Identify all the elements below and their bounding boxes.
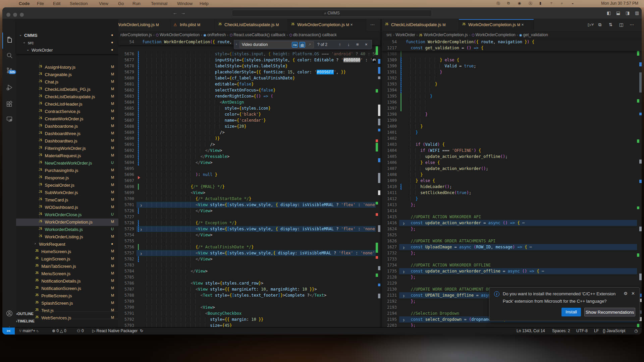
right-editor-overview-ruler[interactable] [637, 39, 642, 327]
code-line-5700[interactable]: 5700 {/* ActualStartDate */} [118, 196, 380, 202]
file-item-SplashScreen.js[interactable]: JSSplashScreen.jsM [16, 300, 118, 307]
remote-indicator[interactable]: >< [2, 327, 15, 335]
code-line-5787[interactable]: 5787 <View style={{ marginLeft: 10, marg… [118, 286, 380, 292]
mirror-icon[interactable]: ⧉ [507, 1, 510, 5]
section-outline[interactable]: ›OUTLINE [16, 311, 118, 319]
breadcrumb-item[interactable]: WorkOrder [395, 33, 415, 37]
breadcrumb-item[interactable]: WorkOrderCompletion [160, 33, 200, 37]
code-line-1410[interactable]: 1410 hideLoader(); [382, 184, 642, 190]
code-line-5692[interactable]: 5692 </View> [118, 147, 380, 154]
grammarly-icon[interactable]: Ⓖ [496, 1, 500, 6]
tab-Info.plist[interactable]: ◬Info.plist M [170, 19, 215, 31]
code-line-5679[interactable]: 5679 placeholderStyle={{ fontSize: 15, c… [118, 69, 380, 75]
code-line-5677[interactable]: 5677 inputStyle={[styles.inputStyle, { c… [118, 57, 380, 63]
file-item-WorkorderDetalis.js[interactable]: JSWorkorderDetalis.jsU [16, 226, 118, 233]
code-line-5729[interactable]: 5729❯ <View style={[styles.view_style, {… [118, 226, 380, 232]
ports-item[interactable]: ⚇ 0 [77, 328, 84, 333]
menu-clock[interactable]: Mon Jun 30 7:57 PM [601, 1, 638, 6]
control-center-icon[interactable]: ◒ [572, 1, 574, 5]
code-line-5756[interactable]: 5756 {/* ActualFinishDate */} [118, 244, 380, 250]
status-cursor-position[interactable]: Ln 1343, Col 14 [517, 328, 545, 333]
code-line-5684[interactable]: 5684 <AntDesign [118, 99, 380, 105]
problems-item[interactable]: ⊗ 0 △ 0 [52, 328, 66, 333]
code-line-5790[interactable]: 5790 <View> [118, 304, 380, 310]
file-item-CreateWorkOrder.js[interactable]: JSCreateWorkOrder.jsM [16, 115, 118, 123]
code-line-1404[interactable]: 1404 if (WIFI === 'OFFLINE') { [382, 147, 642, 154]
code-line-1397[interactable]: 1397 [382, 105, 642, 111]
breadcrumb-item[interactable]: React.useCallback() callback [233, 33, 285, 37]
file-item-Dashboardone.js[interactable]: JSDashboardone.jsM [16, 123, 118, 130]
menu-item-go[interactable]: Go [118, 1, 124, 6]
command-center-search[interactable]: ⌕ CMMS [232, 10, 432, 17]
tab-CheckListDetalisupdate.js[interactable]: JSCheckListDetalisupdate.js M [382, 19, 459, 31]
file-item-Chat.js[interactable]: JSChat.jsM [16, 78, 118, 86]
code-line-1399[interactable]: 1399 [382, 117, 642, 123]
left-editor-overview-ruler[interactable] [376, 39, 380, 327]
file-item-CheckListDetalis_PG.js[interactable]: JSCheckListDetalis_PG.jsM [16, 86, 118, 93]
code-line-1389[interactable]: 1389 } else { [382, 57, 642, 63]
code-line-5676[interactable]: 5676 style={[styles.input, { height: Pla… [118, 51, 380, 57]
code-line-5792[interactable]: 5792 style={{ margin: 10 }} [118, 316, 380, 322]
code-line-5793[interactable]: 5793 size={45} [118, 322, 380, 327]
code-line-5701[interactable]: 5701❯ <View style={[styles.view_style, {… [118, 202, 380, 208]
code-line-1734[interactable]: 1734 //UPDATE ACTION WORKORDER OFFLINE [382, 262, 642, 268]
right-editor-code-area[interactable]: 1389 } else {1390 Valid = true;1391 }139… [382, 39, 642, 327]
file-item-MenuScreen.js[interactable]: JSMenuScreen.jsM [16, 270, 118, 278]
close-window-button[interactable] [6, 13, 10, 17]
title-bar[interactable]: ←→ ⌕ CMMS ◧ ⬓ ◨ ▥ [2, 7, 642, 19]
code-line-5686[interactable]: 5686 color={'black'} [118, 111, 380, 117]
next-match-icon[interactable]: ↓ [347, 42, 350, 47]
code-line-5697[interactable]: 5697 [118, 178, 380, 184]
remote-icon[interactable] [2, 114, 16, 124]
code-line-1416[interactable]: 1416❯ const update_action_workorder = as… [382, 220, 642, 226]
code-line-1407[interactable]: 1407 update_action_workorder(); [382, 166, 642, 172]
code-line-1627[interactable]: 1627❯ const UploadImage = async (ROW_ID,… [382, 244, 642, 250]
nav-history-arrows[interactable]: ←→ [173, 10, 189, 15]
regex-toggle[interactable]: .* [307, 42, 313, 48]
toggle-sidebar-icon[interactable]: ◧ [607, 10, 611, 15]
file-item-ContractService.js[interactable]: JSContractService.jsM [16, 108, 118, 115]
file-item-NotificationDetails.js[interactable]: JSNotificationDetails.jsM [16, 278, 118, 285]
search-icon[interactable] [2, 50, 16, 60]
menu-item-selection[interactable]: Selection [70, 1, 88, 6]
tab-WorkOrderCompletion.js[interactable]: JSWorkOrderCompletion.js M × [288, 19, 366, 31]
notification-close-icon[interactable]: ✕ [631, 291, 635, 296]
task-item[interactable]: ▷ React Native Packager ↻ [92, 328, 143, 333]
breadcrumb-item[interactable]: onRefresh [207, 33, 226, 37]
code-line-2129[interactable]: 2129 [382, 280, 642, 286]
wifi-icon[interactable]: ᯤ [550, 1, 554, 5]
code-line-1402[interactable]: 1402 [382, 135, 642, 141]
file-item-WODashboard.js[interactable]: JSWODashboard.jsM [16, 204, 118, 211]
explorer-icon[interactable] [2, 35, 16, 45]
toggle-panel-icon[interactable]: ⬓ [616, 10, 620, 15]
file-item-MainTabScreen.js[interactable]: JSMainTabScreen.jsM [16, 263, 118, 270]
code-line-1732[interactable]: 1732 }; [382, 250, 642, 256]
match-case-toggle[interactable]: Aa [292, 42, 298, 48]
code-line-1406[interactable]: 1406 } else { [382, 160, 642, 166]
code-line-5693[interactable]: 5693 </Pressable> [118, 154, 380, 160]
code-line-1735[interactable]: 1735❯ const update_action_workorder_offl… [382, 268, 642, 274]
code-line-5691[interactable]: 5691 /> [118, 141, 380, 147]
file-item-WorkRequest[interactable]: ›WorkRequest● [16, 241, 118, 248]
code-line-5678[interactable]: 5678 labelStyle={styles.labelStyle} [118, 63, 380, 69]
code-line-5680[interactable]: 5680 label={cf_label_ActualFinishDate} [118, 75, 380, 81]
tab-WorkOrderListing.js[interactable]: WorkOrderListing.js M [118, 19, 170, 31]
show-recommendations-button[interactable]: Show Recommendations [584, 308, 635, 316]
file-item-CheckListHeader.js[interactable]: JSCheckListHeader.jsM [16, 101, 118, 108]
code-line-1395[interactable]: 1395 } [382, 93, 642, 99]
code-line-5688[interactable]: 5688 size={20} [118, 123, 380, 129]
code-line-1405[interactable]: 1405 update_action_workorder_offline(); [382, 154, 642, 160]
code-line-1733[interactable]: 1733 [382, 256, 642, 262]
toggle-right-panel-icon[interactable]: ◨ [626, 10, 630, 15]
file-item-Dashboardthree.js[interactable]: JSDashboardthree.jsM [16, 130, 118, 137]
code-line-1398[interactable]: 1398 } [382, 111, 642, 117]
code-line-1400[interactable]: 1400 } [382, 123, 642, 129]
run-or-debug-icon[interactable]: ▷˅ [588, 22, 594, 27]
prev-match-icon[interactable]: ↑ [339, 42, 341, 47]
file-item-PurchasingInfo.js[interactable]: JSPurchasingInfo.jsM [16, 167, 118, 174]
status-language[interactable]: {} JavaScript [603, 328, 625, 333]
code-line-1625[interactable]: 1625 [382, 232, 642, 238]
code-line-5698[interactable]: 5698 {/* {MRAL} */} [118, 184, 380, 190]
menu-item-view[interactable]: View [99, 1, 108, 6]
breadcrumb-item[interactable]: WorkOrderCompletion [476, 33, 516, 37]
